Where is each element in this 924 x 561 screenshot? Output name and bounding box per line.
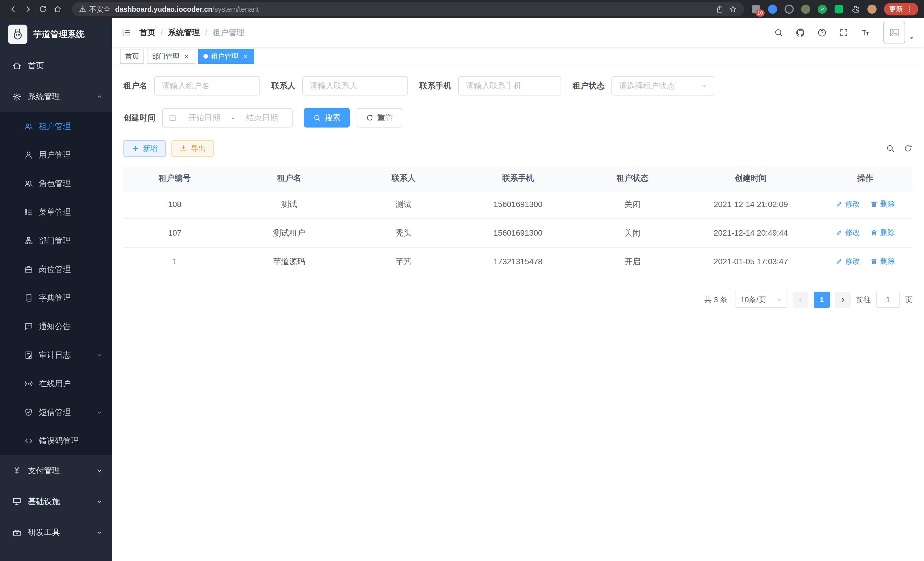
breadcrumb: 首页 / 系统管理 / 租户管理 [140, 27, 244, 38]
caret-down-icon[interactable] [909, 35, 915, 41]
cell-mobile: 15601691300 [455, 190, 581, 219]
sidebar-item-user-management[interactable]: 用户管理 [0, 141, 112, 169]
pagination: 共 3 条 10条/页 1 前往 页 [123, 292, 913, 308]
sidebar-item-audit-log[interactable]: 审计日志 [0, 341, 112, 369]
gear-icon [12, 92, 22, 102]
sidebar-item-system-management[interactable]: 系统管理 [0, 81, 112, 112]
breadcrumb-home[interactable]: 首页 [140, 27, 155, 38]
users-icon [24, 179, 33, 188]
share-icon[interactable] [716, 5, 724, 14]
fullscreen-button[interactable] [839, 28, 849, 38]
user-menu[interactable] [884, 22, 915, 44]
extension-icon-3[interactable] [784, 4, 794, 14]
browser-update-button[interactable]: 更新 [884, 3, 918, 15]
profile-avatar-icon[interactable] [867, 4, 877, 14]
sidebar-item-infrastructure[interactable]: 基础设施 [0, 486, 112, 517]
cell-mobile: 15601691300 [455, 219, 581, 247]
browser-home-button[interactable] [50, 2, 65, 17]
sidebar-toggle-button[interactable] [121, 27, 131, 38]
page-1-button[interactable]: 1 [814, 292, 830, 308]
page-size-select[interactable]: 10条/页 [735, 292, 788, 308]
app-logo[interactable]: 芋道管理系统 [0, 18, 112, 50]
edit-label: 修改 [845, 199, 860, 209]
cell-mobile: 17321315478 [455, 247, 581, 276]
sidebar-item-home[interactable]: 首页 [0, 50, 112, 81]
sidebar-item-error-code-management[interactable]: 错误码管理 [0, 427, 112, 455]
sidebar-item-notice[interactable]: 通知公告 [0, 312, 112, 341]
table-header-row: 租户编号 租户名 联系人 联系手机 租户状态 创建时间 操作 [123, 166, 913, 190]
sidebar-item-dept-management[interactable]: 部门管理 [0, 226, 112, 255]
monitor-icon [12, 497, 22, 506]
tab-tenant-management[interactable]: 租户管理 × [198, 49, 254, 64]
header-search-button[interactable] [774, 28, 783, 38]
edit-link[interactable]: 修改 [836, 199, 860, 209]
tab-home[interactable]: 首页 [120, 49, 144, 64]
github-button[interactable] [795, 28, 805, 38]
delete-link[interactable]: 删除 [870, 256, 895, 266]
status-select[interactable]: 请选择租户状态 [611, 76, 714, 96]
tab-label: 租户管理 [211, 52, 238, 61]
add-button[interactable]: 新增 [123, 140, 166, 157]
extension-icon-1[interactable]: 10 [751, 4, 761, 14]
sidebar-item-role-management[interactable]: 角色管理 [0, 169, 112, 198]
address-bar[interactable]: 不安全 dashboard.yudao.iocoder.cn/system/te… [72, 2, 744, 16]
search-toggle-icon[interactable] [886, 144, 895, 153]
next-page-button[interactable] [835, 292, 851, 308]
tab-dept-management[interactable]: 部门管理 × [147, 49, 195, 64]
export-button[interactable]: 导出 [171, 140, 214, 157]
browser-forward-button[interactable] [21, 2, 35, 17]
extension-icon-4[interactable] [801, 4, 811, 14]
start-date-placeholder[interactable]: 开始日期 [180, 112, 228, 123]
close-icon[interactable]: × [241, 52, 249, 60]
download-icon [179, 144, 188, 152]
filter-contact: 联系人 [272, 76, 408, 96]
sidebar-item-label: 菜单管理 [39, 207, 71, 218]
extension-glyph [801, 5, 810, 14]
reset-button[interactable]: 重置 [357, 108, 402, 128]
sidebar-item-label: 在线用户 [39, 378, 71, 389]
active-tab-dot [203, 54, 208, 59]
goto-page-input[interactable] [876, 292, 900, 308]
sidebar-item-sms-management[interactable]: 短信管理 [0, 398, 112, 427]
extensions-puzzle-icon[interactable] [850, 4, 861, 14]
mobile-input[interactable] [458, 76, 561, 96]
prev-page-button[interactable] [793, 292, 808, 308]
sidebar-item-payment-management[interactable]: 支付管理 [0, 455, 112, 486]
refresh-table-icon[interactable] [903, 144, 913, 153]
sidebar-item-online-users[interactable]: 在线用户 [0, 369, 112, 398]
bookmark-star-icon[interactable] [729, 5, 737, 14]
sidebar-item-label: 部门管理 [39, 235, 71, 246]
user-avatar[interactable] [884, 22, 905, 44]
docs-help-button[interactable] [817, 28, 827, 38]
extension-icon-6[interactable] [834, 4, 844, 14]
date-range-picker[interactable]: 开始日期 - 结束日期 [162, 108, 292, 128]
breadcrumb-system[interactable]: 系统管理 [168, 27, 200, 38]
edit-link[interactable]: 修改 [836, 256, 860, 266]
sidebar-item-menu-management[interactable]: 菜单管理 [0, 198, 112, 226]
font-size-button[interactable] [861, 28, 870, 38]
font-size-icon [861, 28, 870, 38]
delete-link[interactable]: 删除 [870, 228, 895, 238]
delete-link[interactable]: 删除 [870, 199, 895, 209]
extension-icon-2[interactable] [767, 4, 778, 14]
browser-reload-button[interactable] [35, 2, 50, 17]
close-icon[interactable]: × [182, 52, 190, 60]
edit-link[interactable]: 修改 [836, 228, 860, 238]
sidebar-item-label: 错误码管理 [39, 435, 79, 446]
search-button[interactable]: 搜索 [304, 108, 350, 128]
extension-icon-5[interactable] [817, 4, 827, 14]
sidebar-item-dev-tools[interactable]: 研发工具 [0, 517, 112, 548]
contact-input[interactable] [302, 76, 408, 96]
end-date-placeholder[interactable]: 结束日期 [238, 112, 286, 123]
sidebar-item-dict-management[interactable]: 字典管理 [0, 284, 112, 312]
security-indicator[interactable]: 不安全 [79, 5, 111, 14]
sidebar-item-tenant-management[interactable]: 租户管理 [0, 112, 112, 141]
tenant-name-input[interactable] [154, 76, 260, 96]
search-button-label: 搜索 [325, 112, 340, 123]
sidebar-item-post-management[interactable]: 岗位管理 [0, 255, 112, 284]
status-select-placeholder: 请选择租户状态 [619, 80, 675, 91]
cell-actions: 修改 删除 [818, 247, 913, 276]
calendar-icon [169, 114, 177, 122]
browser-back-button[interactable] [6, 2, 21, 17]
edit-label: 修改 [845, 228, 860, 238]
